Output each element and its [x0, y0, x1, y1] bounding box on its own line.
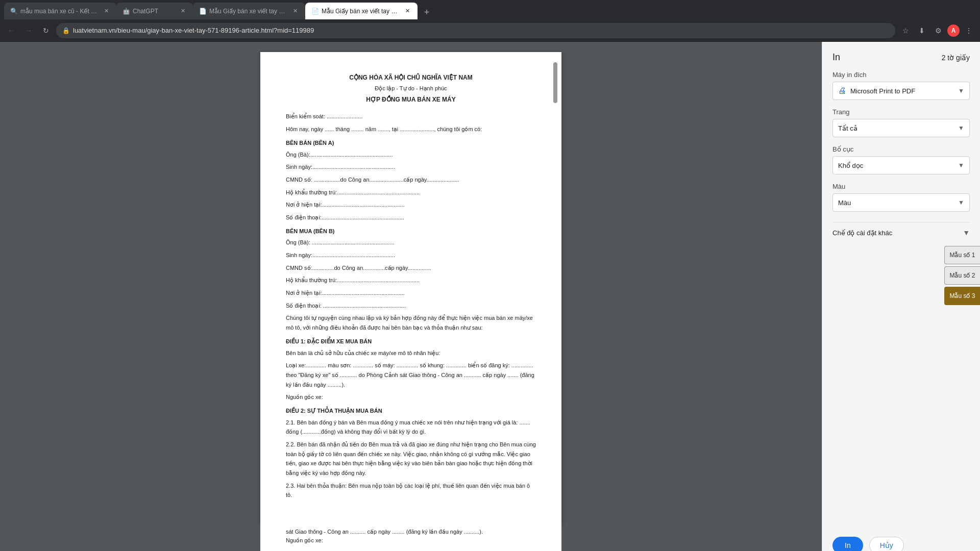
refresh-button[interactable]: ↻ [39, 23, 53, 38]
preview-line-1: sát Giao thông - Công an .......... cấp … [286, 529, 536, 535]
doc-line-13: Hộ khẩu thường trú:.....................… [286, 276, 536, 285]
doc-line-23: 2.2. Bên bán đã nhận đủ tiền do Bên mua … [286, 440, 536, 478]
doc-header-line1: CỘNG HÒA XÃ HỘI CHỦ NGHĨA VIỆT NAM [286, 72, 536, 83]
pages-field-label: Trang [832, 108, 970, 116]
tab-1-title: mẫu mua bán xe cũ - Kết quả t... [20, 8, 99, 15]
scroll-thumb [553, 62, 557, 103]
sample-button-3[interactable]: Mẫu số 3 [944, 287, 980, 305]
menu-icon[interactable]: ⋮ [962, 23, 976, 38]
download-icon[interactable]: ⬇ [915, 23, 929, 38]
url-bar[interactable]: 🔒 luatvietnam.vn/bieu-mau/giay-ban-xe-vi… [56, 23, 895, 38]
pages-dropdown-arrow: ▼ [958, 124, 964, 132]
tab-3-favicon: 📄 [199, 8, 206, 15]
preview-line-2: Nguồn gốc xe: [286, 537, 536, 544]
doc-line-7: Nơi ở hiện tại:.........................… [286, 200, 536, 210]
layout-label: Bố cục [832, 145, 970, 153]
url-text: luatvietnam.vn/bieu-mau/giay-ban-xe-viet… [73, 27, 889, 34]
color-select[interactable]: Màu ▼ [832, 193, 970, 212]
advanced-arrow-icon: ▼ [963, 229, 970, 237]
bookmark-icon[interactable]: ☆ [898, 23, 913, 38]
printer-select[interactable]: 🖨 Microsoft Print to PDF ▼ [832, 82, 970, 100]
pages-value: Tất cả [838, 124, 857, 132]
doc-line-22: 2.1. Bên bán đồng ý bán và Bên mua đồng … [286, 418, 536, 437]
doc-line-20: Nguồn gốc xe: [286, 392, 536, 402]
doc-line-9: BÊN MUA (BÊN B) [286, 227, 536, 236]
print-pages: 2 tờ giấy [942, 54, 970, 62]
print-header: In 2 tờ giấy [832, 52, 970, 63]
doc-header-line2: Độc lập - Tự do - Hạnh phúc [286, 84, 536, 93]
tab-1-favicon: 🔍 [10, 8, 17, 15]
doc-line-15: Số điện thoại: .........................… [286, 301, 536, 311]
doc-line-8: Số điện thoại:..........................… [286, 213, 536, 222]
printer-dropdown-arrow: ▼ [958, 87, 964, 94]
tab-2-close[interactable]: ✕ [179, 7, 187, 15]
sample-button-1[interactable]: Mẫu số 1 [944, 246, 980, 264]
printer-field: Máy in đích 🖨 Microsoft Print to PDF ▼ [832, 71, 970, 100]
tab-4[interactable]: 📄 Mẫu Giấy bán xe viết tay chuẩ... ✕ [305, 3, 418, 19]
secure-icon: 🔒 [62, 27, 70, 34]
color-value: Màu [838, 199, 851, 207]
address-bar: ← → ↻ 🔒 luatvietnam.vn/bieu-mau/giay-ban… [0, 19, 980, 42]
doc-line-10: Ông (Bà): ..............................… [286, 238, 536, 247]
printer-select-inner: 🖨 Microsoft Print to PDF [838, 86, 915, 95]
layout-dropdown-arrow: ▼ [958, 162, 964, 169]
scroll-indicator[interactable] [552, 52, 557, 523]
doc-line-5: CMND số: .................do Công an....… [286, 175, 536, 185]
color-field: Màu Màu ▼ [832, 183, 970, 212]
tab-4-title: Mẫu Giấy bán xe viết tay chuẩ... [322, 8, 400, 15]
doc-preview: sát Giao thông - Công an .......... cấp … [260, 523, 561, 551]
main-document: CỘNG HÒA XÃ HỘI CHỦ NGHĨA VIỆT NAM Độc l… [260, 52, 561, 523]
doc-line-21: ĐIỀU 2: SỰ THỎA THUẬN MUA BÁN [286, 406, 536, 416]
printer-value: Microsoft Print to PDF [850, 87, 915, 95]
doc-line-0: Biển kiểm soát: ....................... [286, 112, 536, 121]
forward-button[interactable]: → [21, 23, 36, 38]
tab-1-close[interactable]: ✕ [102, 7, 110, 15]
doc-line-16: Chúng tôi tự nguyện cùng nhau lập và ký … [286, 313, 536, 332]
color-dropdown-arrow: ▼ [958, 199, 964, 206]
page-content: CỘNG HÒA XÃ HỘI CHỦ NGHĨA VIỆT NAM Độc l… [0, 42, 980, 551]
doc-line-24: 2.3. Hai bên thỏa thuận: Bên mua nộp toà… [286, 481, 536, 500]
cancel-button[interactable]: Hủy [869, 537, 904, 551]
browser-right-icons: ☆ ⬇ ⚙ A ⋮ [898, 23, 976, 38]
doc-line-1: Hôm nay, ngày ...... tháng ........ năm … [286, 124, 536, 134]
advanced-settings[interactable]: Chế độ cài đặt khác ▼ [832, 222, 970, 243]
doc-main-title: HỢP ĐỒNG MUA BÁN XE MÁY [286, 94, 536, 105]
tab-3-title: Mẫu Giấy bán xe viết tay chuẩ... [209, 8, 288, 15]
doc-line-11: Sinh ngày:..............................… [286, 251, 536, 260]
tab-3[interactable]: 📄 Mẫu Giấy bán xe viết tay chuẩ... ✕ [193, 3, 305, 19]
color-label: Màu [832, 183, 970, 190]
doc-line-18: Bên bán là chủ sở hữu của chiếc xe máy/x… [286, 348, 536, 358]
tab-2-title: ChatGPT [133, 8, 176, 15]
doc-line-6: Hộ khẩu thường trú:.....................… [286, 188, 536, 197]
print-actions: In Hủy [832, 527, 970, 551]
tab-1[interactable]: 🔍 mẫu mua bán xe cũ - Kết quả t... ✕ [4, 3, 116, 19]
tab-2-favicon: 🤖 [122, 8, 130, 15]
tab-4-favicon: 📄 [311, 8, 318, 15]
tab-3-close[interactable]: ✕ [291, 7, 299, 15]
print-title: In [832, 52, 840, 63]
layout-value: Khổ dọc [838, 162, 863, 169]
document-area: CỘNG HÒA XÃ HỘI CHỦ NGHĨA VIỆT NAM Độc l… [0, 42, 822, 551]
sample-buttons: Mẫu số 1 Mẫu số 2 Mẫu số 3 [944, 246, 980, 305]
new-tab-button[interactable]: + [420, 5, 434, 19]
back-button[interactable]: ← [4, 23, 18, 38]
tab-4-close[interactable]: ✕ [403, 7, 411, 15]
advanced-label: Chế độ cài đặt khác [832, 229, 892, 237]
pages-select[interactable]: Tất cả ▼ [832, 119, 970, 137]
doc-line-19: Loại xe:............. màu sơn: .........… [286, 361, 536, 389]
profile-button[interactable]: A [947, 24, 960, 37]
doc-line-3: Ông (Bà):...............................… [286, 150, 536, 160]
sample-button-2[interactable]: Mẫu số 2 [944, 266, 980, 285]
extensions-icon[interactable]: ⚙ [931, 23, 945, 38]
doc-line-12: CMND số:..............do Công an........… [286, 263, 536, 273]
tabs-bar: 🔍 mẫu mua bán xe cũ - Kết quả t... ✕ 🤖 C… [0, 0, 980, 19]
layout-select[interactable]: Khổ dọc ▼ [832, 156, 970, 174]
browser-window: 🔍 mẫu mua bán xe cũ - Kết quả t... ✕ 🤖 C… [0, 0, 980, 551]
doc-line-4: Sinh ngày:..............................… [286, 162, 536, 172]
printer-icon: 🖨 [838, 86, 846, 95]
printer-label: Máy in đích [832, 71, 970, 79]
doc-line-14: Nơi ở hiện tại:.........................… [286, 288, 536, 298]
tab-2[interactable]: 🤖 ChatGPT ✕ [116, 3, 193, 19]
print-button[interactable]: In [832, 537, 863, 551]
layout-field: Bố cục Khổ dọc ▼ [832, 145, 970, 174]
